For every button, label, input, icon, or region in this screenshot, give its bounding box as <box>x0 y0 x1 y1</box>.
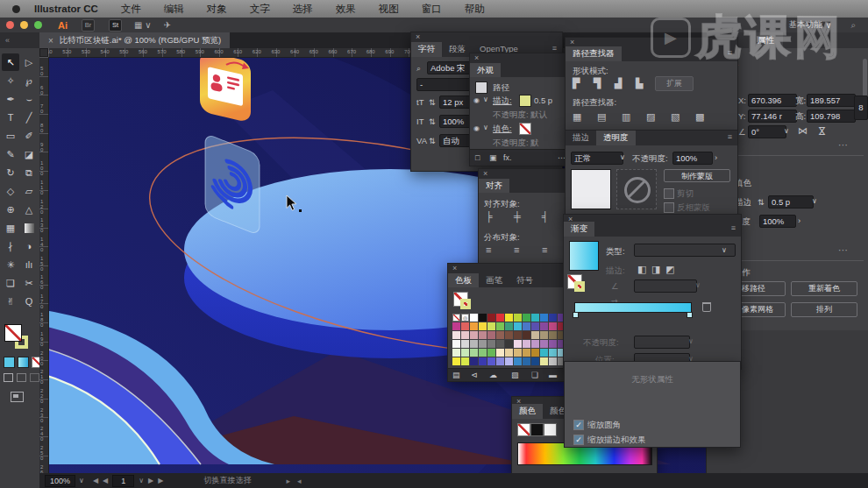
swatch[interactable] <box>549 322 557 330</box>
swatch[interactable] <box>470 322 478 330</box>
fill-row-label[interactable]: 填色: <box>493 124 512 135</box>
chevron-right-icon[interactable]: › <box>715 152 717 162</box>
scroll-right-icon[interactable]: ▸ <box>286 477 290 485</box>
close-icon[interactable]: × <box>416 32 420 42</box>
close-icon[interactable]: × <box>483 169 487 179</box>
stroke-weight-value[interactable]: 0.5 p <box>534 95 552 105</box>
swatch[interactable] <box>496 349 504 357</box>
tab-gradient[interactable]: 渐变 <box>564 222 594 237</box>
distribute-bottom-icon[interactable]: ≡ <box>542 244 547 255</box>
paintbrush-tool[interactable]: ✐ <box>20 127 38 145</box>
gradient-stop-left[interactable] <box>573 312 579 318</box>
scroll-left-icon[interactable]: ◂ <box>297 477 302 485</box>
close-icon[interactable]: × <box>452 264 457 273</box>
prev-page-icon[interactable]: ◀ <box>103 477 108 484</box>
swatch[interactable] <box>479 331 487 339</box>
symbol-sprayer-tool[interactable]: ✳ <box>2 256 19 273</box>
swatch[interactable] <box>523 349 530 357</box>
stroke-proxy-swatch[interactable] <box>460 299 471 309</box>
gradient-stop-right[interactable] <box>687 312 693 318</box>
stepper-icon[interactable]: ⇅ <box>429 98 436 107</box>
draw-normal-icon[interactable] <box>4 373 13 382</box>
eyedropper-tool[interactable]: ∤ <box>2 237 19 255</box>
direct-selection-tool[interactable]: ▷ <box>20 53 38 71</box>
menu-item-6[interactable]: 效果 <box>324 3 367 16</box>
swatch[interactable] <box>540 357 548 365</box>
tab-align[interactable]: 对齐 <box>479 179 509 193</box>
menu-item-1[interactable]: 文件 <box>110 3 153 16</box>
slice-tool[interactable]: ✂ <box>20 274 38 292</box>
swatch[interactable] <box>540 349 548 357</box>
swatch[interactable] <box>479 314 487 322</box>
tab-swatches[interactable]: 色板 <box>448 273 479 287</box>
stroke-across-icon[interactable]: ◩ <box>665 264 674 275</box>
swatch[interactable] <box>549 349 557 357</box>
swatch[interactable] <box>452 314 460 322</box>
link-dimensions-icon[interactable]: 8 <box>854 95 868 120</box>
menu-item-3[interactable]: 对象 <box>196 3 238 16</box>
tab-properties[interactable]: 属性 <box>749 32 783 48</box>
swatch[interactable] <box>514 314 522 322</box>
swatch[interactable] <box>487 314 495 322</box>
chevron-down-icon[interactable]: ∨ <box>139 477 144 484</box>
swatch[interactable] <box>452 331 460 339</box>
maximize-window-button[interactable] <box>34 21 42 29</box>
width-field[interactable]: 189.557 <box>807 94 856 107</box>
object-thumbnail[interactable] <box>571 169 611 209</box>
swatch[interactable] <box>514 322 522 330</box>
gradient-thumbnail[interactable] <box>569 241 599 271</box>
scale-corners-checkbox[interactable]: ✓ <box>573 420 584 430</box>
align-center-icon[interactable]: ╪ <box>514 211 521 222</box>
swatch[interactable] <box>470 349 478 357</box>
swatch[interactable] <box>479 340 487 348</box>
type-tool[interactable]: T <box>2 109 19 126</box>
screen-mode-icon[interactable] <box>11 392 24 402</box>
swatch[interactable] <box>549 314 557 322</box>
swatch[interactable] <box>531 357 539 365</box>
share-icon[interactable]: ✈ <box>164 20 171 30</box>
more-options-icon[interactable]: ⋯ <box>838 244 848 256</box>
zoom-tool[interactable]: Q <box>20 293 38 310</box>
swatch[interactable] <box>523 314 530 322</box>
menu-item-9[interactable]: 帮助 <box>453 3 496 16</box>
first-page-icon[interactable]: ◀ <box>93 477 98 484</box>
swatch[interactable] <box>549 357 557 365</box>
page-number-field[interactable]: 1 <box>112 475 134 487</box>
tab-character[interactable]: 字符 <box>411 42 442 57</box>
stock-icon[interactable]: St <box>109 19 122 32</box>
chevron-down-icon[interactable]: ∨ <box>784 127 789 135</box>
swatch[interactable] <box>523 357 530 365</box>
swatch-libraries-icon[interactable]: ▤ <box>452 371 460 379</box>
swatch[interactable] <box>496 340 504 348</box>
none-chip[interactable] <box>517 423 530 436</box>
chevron-down-icon[interactable]: ∨ <box>483 124 488 131</box>
swatch[interactable] <box>487 340 495 348</box>
swatch-options-icon[interactable]: ▨ <box>511 371 519 379</box>
scrollbar[interactable] <box>863 59 867 99</box>
eraser-tool[interactable]: ◪ <box>20 145 38 163</box>
swatch[interactable] <box>487 349 495 357</box>
expand-button[interactable]: 扩展 <box>655 76 694 91</box>
menu-item-7[interactable]: 视图 <box>367 3 410 16</box>
panel-menu-icon[interactable]: ≡ <box>728 46 737 61</box>
eye-icon[interactable]: ◉ <box>473 124 480 132</box>
exclude-icon[interactable]: ▙ <box>636 78 643 89</box>
tab-pathfinder[interactable]: 路径查找器 <box>566 46 622 61</box>
gradient-opacity-select[interactable] <box>634 336 690 349</box>
swatch[interactable] <box>461 349 469 357</box>
swatch[interactable] <box>505 357 513 365</box>
vertical-ruler[interactable]: 5060708090100110120130140150160170180190… <box>39 57 49 473</box>
black-chip[interactable] <box>530 423 544 436</box>
fill-color-swatch[interactable] <box>4 324 22 342</box>
width-tool[interactable]: ◇ <box>2 182 19 200</box>
swatch[interactable] <box>496 357 504 365</box>
menu-item-4[interactable]: 文字 <box>238 3 281 16</box>
swatch[interactable] <box>452 357 460 365</box>
divide-icon[interactable]: ▦ <box>573 111 581 123</box>
scale-strokes-checkbox[interactable]: ✓ <box>573 435 584 445</box>
swatch[interactable] <box>496 314 504 322</box>
swatch[interactable] <box>531 314 539 322</box>
stroke-along-icon[interactable]: ◨ <box>651 264 660 275</box>
swatch[interactable] <box>470 314 478 322</box>
tab-symbols[interactable]: 符号 <box>509 273 540 287</box>
